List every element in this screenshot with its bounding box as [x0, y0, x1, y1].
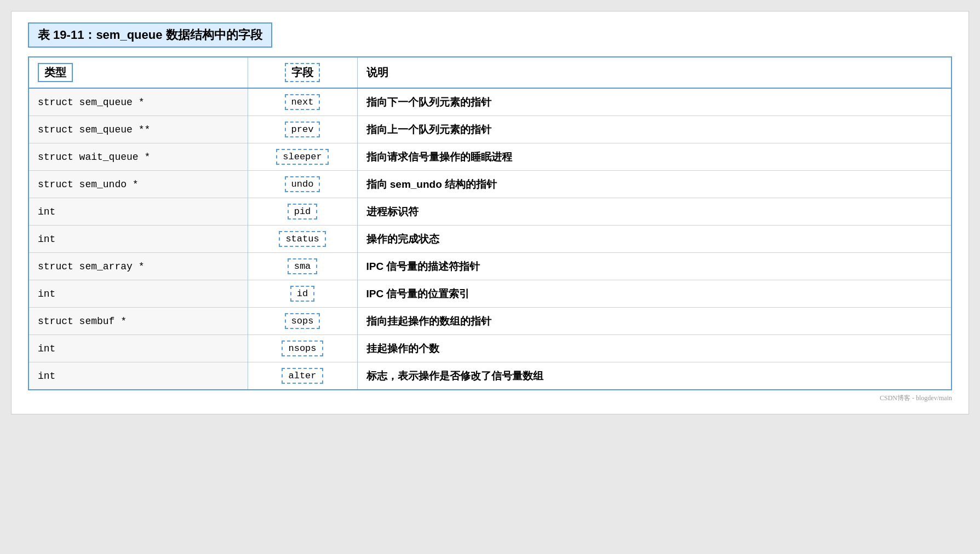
cell-type: int	[28, 335, 248, 362]
cell-field: prev	[248, 116, 357, 143]
cell-field: alter	[248, 362, 357, 390]
field-value-box: sleeper	[276, 149, 328, 165]
cell-type: int	[28, 280, 248, 308]
cell-field: sops	[248, 308, 357, 335]
cell-field: sleeper	[248, 143, 357, 171]
cell-type: struct sem_queue **	[28, 116, 248, 143]
cell-desc: 指向上一个队列元素的指针	[357, 116, 952, 143]
type-header-box: 类型	[38, 63, 73, 82]
cell-type: struct sem_queue *	[28, 88, 248, 116]
col-header-desc: 说明	[357, 57, 952, 88]
table-row: struct sembuf *sops指向挂起操作的数组的指针	[28, 308, 952, 335]
field-value-box: undo	[285, 176, 320, 192]
table-row: struct sem_array *smaIPC 信号量的描述符指针	[28, 253, 952, 280]
table-body: struct sem_queue *next指向下一个队列元素的指针struct…	[28, 88, 952, 390]
col-header-field: 字段	[248, 57, 357, 88]
cell-type: struct wait_queue *	[28, 143, 248, 171]
field-value-box: prev	[285, 122, 320, 137]
table-title: 表 19-11：sem_queue 数据结构中的字段	[28, 22, 272, 48]
cell-field: sma	[248, 253, 357, 280]
cell-desc: 进程标识符	[357, 198, 952, 226]
cell-type: int	[28, 198, 248, 226]
cell-desc: 指向挂起操作的数组的指针	[357, 308, 952, 335]
field-value-box: alter	[282, 368, 323, 384]
col-header-type: 类型	[28, 57, 248, 88]
cell-field: undo	[248, 171, 357, 198]
cell-field: id	[248, 280, 357, 308]
table-row: intnsops挂起操作的个数	[28, 335, 952, 362]
table-row: intidIPC 信号量的位置索引	[28, 280, 952, 308]
table-row: struct sem_undo *undo指向 sem_undo 结构的指针	[28, 171, 952, 198]
field-value-box: pid	[288, 204, 318, 220]
table-row: struct sem_queue *next指向下一个队列元素的指针	[28, 88, 952, 116]
cell-desc: 操作的完成状态	[357, 226, 952, 253]
field-value-box: sops	[285, 313, 320, 329]
field-value-box: status	[279, 231, 325, 247]
cell-desc: 指向请求信号量操作的睡眠进程	[357, 143, 952, 171]
cell-type: struct sem_undo *	[28, 171, 248, 198]
field-value-box: next	[285, 94, 320, 110]
field-header-box: 字段	[285, 63, 320, 82]
data-table: 类型 字段 说明 struct sem_queue *next指向下一个队列元素…	[28, 56, 952, 390]
cell-desc: IPC 信号量的位置索引	[357, 280, 952, 308]
field-value-box: sma	[288, 258, 318, 274]
page-container: 表 19-11：sem_queue 数据结构中的字段 类型 字段 说明 stru…	[11, 11, 969, 414]
table-row: struct sem_queue **prev指向上一个队列元素的指针	[28, 116, 952, 143]
cell-type: int	[28, 226, 248, 253]
cell-field: pid	[248, 198, 357, 226]
cell-desc: 指向下一个队列元素的指针	[357, 88, 952, 116]
table-row: intpid进程标识符	[28, 198, 952, 226]
cell-field: next	[248, 88, 357, 116]
field-value-box: nsops	[282, 341, 323, 356]
cell-desc: 标志，表示操作是否修改了信号量数组	[357, 362, 952, 390]
field-value-box: id	[290, 286, 314, 302]
table-header-row: 类型 字段 说明	[28, 57, 952, 88]
cell-type: struct sembuf *	[28, 308, 248, 335]
table-row: struct wait_queue *sleeper指向请求信号量操作的睡眠进程	[28, 143, 952, 171]
footer-note: CSDN博客 - blogdev/main	[28, 394, 952, 403]
cell-field: nsops	[248, 335, 357, 362]
cell-desc: 挂起操作的个数	[357, 335, 952, 362]
cell-type: struct sem_array *	[28, 253, 248, 280]
cell-field: status	[248, 226, 357, 253]
cell-desc: 指向 sem_undo 结构的指针	[357, 171, 952, 198]
table-row: intalter标志，表示操作是否修改了信号量数组	[28, 362, 952, 390]
cell-desc: IPC 信号量的描述符指针	[357, 253, 952, 280]
cell-type: int	[28, 362, 248, 390]
table-row: intstatus操作的完成状态	[28, 226, 952, 253]
